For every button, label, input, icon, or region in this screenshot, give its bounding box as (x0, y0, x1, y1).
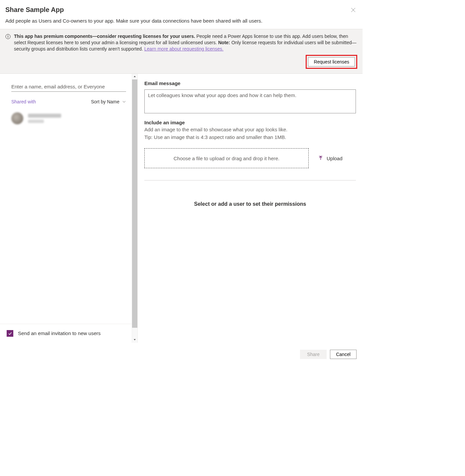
include-image-label: Include an image (144, 120, 356, 125)
content-area: Shared with Sort by Name (0, 74, 363, 343)
include-image-section: Include an image Add an image to the ema… (144, 120, 356, 141)
svg-point-2 (8, 35, 8, 36)
banner-actions: Request licenses (5, 55, 357, 69)
include-image-sub2: Tip: Use an image that is 4:3 aspect rat… (144, 134, 356, 141)
close-icon (351, 7, 356, 13)
dialog-header: Share Sample App (0, 0, 363, 15)
chevron-down-icon (133, 338, 136, 341)
left-footer: Send an email invitation to new users (0, 324, 137, 343)
sort-by-label: Sort by Name (91, 99, 119, 104)
include-image-sub1: Add an image to the email to showcase wh… (144, 126, 356, 133)
person-name-redacted (28, 114, 61, 118)
shared-user-row[interactable] (11, 111, 126, 126)
close-button[interactable] (349, 6, 357, 14)
left-scrollbar[interactable] (132, 74, 137, 343)
cancel-button[interactable]: Cancel (330, 350, 357, 359)
svg-rect-1 (8, 36, 8, 38)
shared-with-row: Shared with Sort by Name (11, 99, 126, 104)
premium-license-banner: This app has premium components—consider… (0, 29, 363, 74)
info-icon (5, 34, 11, 39)
banner-note-label: Note: (218, 40, 230, 45)
scroll-thumb[interactable] (132, 79, 137, 328)
file-dropzone[interactable]: Choose a file to upload or drag and drop… (144, 148, 309, 168)
left-column: Shared with Sort by Name (0, 74, 138, 343)
share-button[interactable]: Share (300, 350, 327, 359)
upload-button-label: Upload (327, 156, 343, 161)
send-invite-checkbox-row[interactable]: Send an email invitation to new users (7, 330, 131, 337)
chevron-up-icon (133, 75, 136, 78)
sort-by-dropdown[interactable]: Sort by Name (91, 99, 126, 104)
request-licenses-button[interactable]: Request licenses (308, 57, 355, 66)
left-body: Shared with Sort by Name (0, 74, 137, 324)
email-message-input[interactable] (144, 89, 356, 113)
banner-bold-lead: This app has premium components—consider… (14, 34, 195, 39)
right-column: Email message Include an image Add an im… (138, 74, 363, 343)
dialog-subtitle: Add people as Users and Co-owners to you… (0, 15, 363, 29)
person-meta (28, 114, 61, 123)
send-invite-label: Send an email invitation to new users (18, 330, 100, 336)
share-recipient-input[interactable] (11, 82, 126, 92)
avatar (11, 112, 23, 124)
learn-more-link[interactable]: Learn more about requesting licenses. (144, 46, 224, 52)
dialog-title: Share Sample App (5, 6, 64, 14)
chevron-down-icon (122, 100, 126, 104)
upload-icon (318, 156, 323, 161)
email-message-label: Email message (144, 80, 356, 86)
upload-row: Choose a file to upload or drag and drop… (144, 148, 356, 168)
request-licenses-highlight: Request licenses (306, 55, 357, 69)
shared-with-label: Shared with (11, 99, 36, 104)
scroll-down-button[interactable] (132, 337, 137, 343)
permissions-placeholder: Select or add a user to set their permis… (144, 201, 356, 207)
upload-button[interactable]: Upload (318, 156, 343, 161)
dialog-footer: Share Cancel (0, 343, 363, 366)
person-role-redacted (28, 120, 44, 123)
check-icon (8, 331, 12, 336)
share-dialog: Share Sample App Add people as Users and… (0, 0, 363, 366)
scroll-up-button[interactable] (132, 74, 137, 79)
banner-text: This app has premium components—consider… (5, 33, 357, 52)
section-divider (144, 180, 356, 180)
send-invite-checkbox[interactable] (7, 330, 13, 337)
